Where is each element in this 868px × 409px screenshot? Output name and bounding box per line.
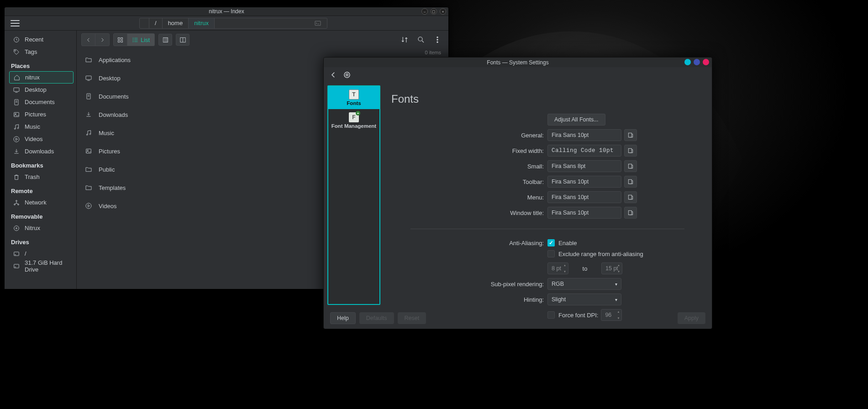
label-subpixel: Sub-pixel rendering: [410,281,547,288]
nav-back-button[interactable] [82,34,95,46]
split-view-button[interactable] [176,34,189,46]
sidebar-item-videos[interactable]: Videos [9,133,74,145]
checkbox-aa-exclude[interactable]: Exclude range from anti-aliasing [547,250,643,257]
settings-main: Fonts Adjust All Fonts... General: Fixed… [383,84,712,308]
sidebar-item-desktop[interactable]: Desktop [9,84,74,96]
category-fonts[interactable]: TFonts [328,86,379,109]
aa-range-from[interactable]: 8 pt▲▼ [547,262,568,274]
breadcrumb-terminal-icon[interactable] [215,18,327,28]
svg-point-20 [437,42,438,42]
sidebar-item-documents[interactable]: Documents [9,96,74,108]
sidebar-item-downloads[interactable]: Downloads [9,145,74,157]
sort-button[interactable] [398,33,411,46]
view-columns-button[interactable] [158,34,172,46]
reset-button[interactable]: Reset [398,312,426,324]
sidebar-item-recent[interactable]: Recent [9,33,74,46]
play-icon [13,136,20,143]
input-menu-font[interactable] [547,191,621,203]
sidebar-item-pictures[interactable]: Pictures [9,108,74,121]
input-force-dpi[interactable]: 96▲▼ [601,309,622,321]
help-button[interactable]: Help [330,312,356,324]
svg-rect-2 [121,37,123,39]
input-fixedwidth-font[interactable] [547,145,621,157]
fm-sidebar: RecentTags PlacesnitruxDesktopDocumentsP… [5,31,77,289]
tag-icon [13,48,20,56]
sidebar-item-trash[interactable]: Trash [9,171,74,183]
checkbox-aa-enable[interactable]: Enable [547,239,577,246]
search-button[interactable] [415,33,427,46]
minimize-icon[interactable] [684,59,691,65]
choose-small-font-button[interactable] [624,160,637,172]
list-item-label: Documents [99,93,129,100]
sidebar-item-nitrux[interactable]: nitrux [9,71,74,84]
category-font-management[interactable]: F+Font Management [328,109,379,132]
choose-general-font-button[interactable] [624,129,637,141]
close-icon[interactable]: × [440,8,446,15]
sidebar-item-label: Downloads [25,148,54,155]
breadcrumb-home-icon[interactable] [140,18,149,28]
more-menu-button[interactable] [431,33,444,46]
sidebar-heading: Bookmarks [11,162,74,169]
hamburger-menu-button[interactable] [11,18,21,28]
label-menu: Menu: [410,194,547,201]
sidebar-item-31-7-gib-hard-drive[interactable]: 31.7 GiB Hard Drive [9,260,74,272]
fm-titlebar[interactable]: nitrux — Index – ▢ × [5,7,448,16]
desktop-icon [85,74,92,82]
svg-rect-3 [118,40,120,42]
svg-point-9 [133,39,133,40]
adjust-all-fonts-button[interactable]: Adjust All Fonts... [547,114,605,126]
sidebar-item--[interactable]: / [9,247,74,260]
pictures-icon [85,147,92,155]
maximize-icon[interactable] [694,59,700,65]
svg-point-19 [437,39,438,40]
sidebar-item-label: Tags [25,48,37,55]
aa-range-to[interactable]: 15 pt▲▼ [601,262,622,274]
apply-button[interactable]: Apply [678,312,705,324]
defaults-button[interactable]: Defaults [359,312,394,324]
settings-back-button[interactable] [329,71,337,80]
choose-fixedwidth-font-button[interactable] [624,145,637,157]
sidebar-item-label: Pictures [25,111,46,118]
sidebar-item-label: Desktop [25,86,47,93]
pictures-icon [13,111,20,118]
music-icon [13,123,20,131]
settings-config-icon[interactable] [343,71,351,80]
breadcrumb-root[interactable]: / [149,18,163,28]
sidebar-item-label: Network [25,199,47,206]
folder-icon [85,166,92,173]
sidebar-item-label: 31.7 GiB Hard Drive [25,259,70,273]
input-small-font[interactable] [547,160,621,172]
sidebar-item-tags[interactable]: Tags [9,46,74,58]
hdd-icon [13,250,20,257]
input-windowtitle-font[interactable] [547,207,621,219]
breadcrumb-current[interactable]: nitrux [189,18,215,28]
input-toolbar-font[interactable] [547,176,621,188]
sidebar-item-network[interactable]: Network [9,196,74,209]
label-general: General: [410,132,547,139]
sidebar-item-label: Music [25,123,40,130]
hdd-icon [13,262,20,270]
settings-category-sidebar: TFontsF+Font Management [327,85,380,305]
nav-forward-button[interactable] [95,34,109,46]
sidebar-item-label: Nitrux [25,225,40,231]
view-grid-button[interactable] [114,34,127,46]
maximize-icon[interactable]: ▢ [431,8,437,15]
label-windowtitle: Window title: [410,210,547,216]
sidebar-item-music[interactable]: Music [9,121,74,133]
select-subpixel[interactable]: RGB [547,278,621,290]
choose-toolbar-font-button[interactable] [624,176,637,188]
select-hinting[interactable]: Slight [547,294,621,305]
sidebar-item-label: Trash [25,173,40,180]
choose-menu-font-button[interactable] [624,191,637,203]
breadcrumb-home[interactable]: home [163,18,189,28]
folder-icon [85,56,92,63]
close-icon[interactable] [703,59,709,65]
documents-icon [13,99,20,106]
input-general-font[interactable] [547,129,621,141]
sidebar-item-nitrux[interactable]: Nitrux [9,222,74,234]
minimize-icon[interactable]: – [421,8,428,15]
svg-point-22 [346,73,348,76]
choose-windowtitle-font-button[interactable] [624,207,637,219]
view-list-button[interactable]: List [127,34,154,46]
settings-titlebar[interactable]: Fonts — System Settings [324,58,712,67]
